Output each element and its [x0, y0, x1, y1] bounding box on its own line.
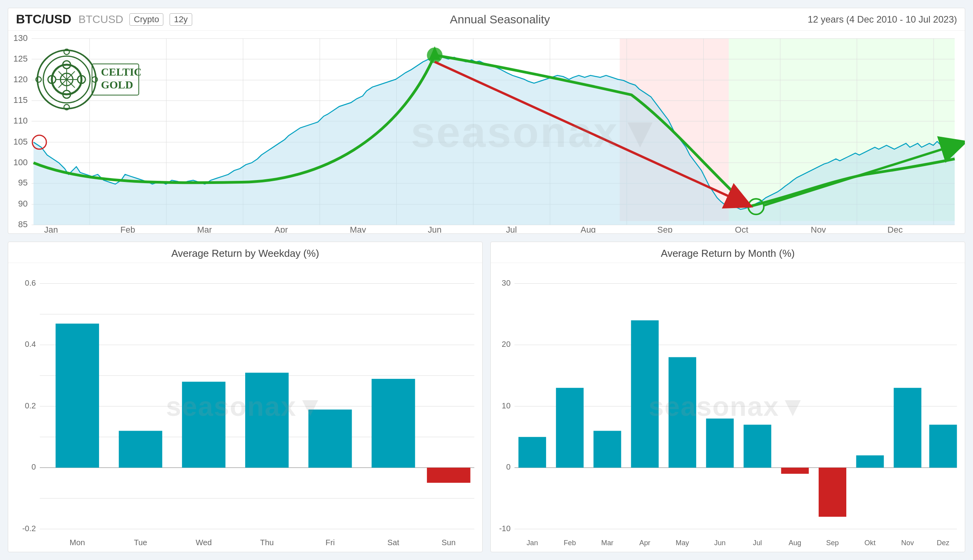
svg-text:130: 130: [13, 33, 28, 43]
svg-text:10: 10: [502, 401, 511, 410]
svg-text:Okt: Okt: [865, 539, 876, 547]
svg-text:May: May: [350, 225, 366, 233]
svg-rect-97: [427, 468, 470, 483]
svg-text:0: 0: [506, 462, 510, 471]
weekday-chart-area: seasonax▼: [8, 263, 482, 549]
svg-text:Sun: Sun: [442, 538, 456, 547]
svg-rect-91: [245, 373, 288, 468]
svg-text:Aug: Aug: [580, 225, 596, 233]
chart-date-range: 12 years (4 Dec 2010 - 10 Jul 2023): [808, 14, 957, 25]
chart-title-left: BTC/USD BTCUSD Crypto 12y: [16, 12, 192, 26]
svg-text:Mar: Mar: [601, 539, 613, 547]
svg-text:May: May: [676, 539, 689, 547]
svg-text:Fri: Fri: [326, 538, 335, 547]
svg-text:Sep: Sep: [657, 225, 672, 233]
svg-rect-125: [819, 468, 846, 517]
svg-text:100: 100: [13, 157, 28, 167]
svg-text:Oct: Oct: [735, 225, 748, 233]
svg-text:90: 90: [18, 199, 28, 208]
svg-text:Wed: Wed: [196, 538, 212, 547]
svg-text:Thu: Thu: [260, 538, 274, 547]
svg-text:Dez: Dez: [937, 539, 949, 547]
svg-text:Jan: Jan: [44, 225, 58, 233]
main-chart-svg: 130 125 120 115 110 105 100 95 90 85: [8, 31, 965, 233]
svg-text:Jan: Jan: [527, 539, 538, 547]
svg-rect-123: [781, 468, 809, 474]
svg-text:Sat: Sat: [387, 538, 400, 547]
weekday-chart-title: Average Return by Weekday (%): [8, 242, 482, 263]
top-chart: BTC/USD BTCUSD Crypto 12y Annual Seasona…: [8, 8, 965, 234]
svg-rect-85: [56, 323, 99, 468]
month-chart: Average Return by Month (%) seasonax▼ 30: [490, 242, 965, 552]
svg-text:Apr: Apr: [274, 225, 288, 233]
svg-text:Mon: Mon: [70, 538, 85, 547]
ticker-label: BTC/USD: [16, 12, 71, 26]
svg-rect-87: [119, 431, 162, 468]
svg-text:Nov: Nov: [811, 225, 826, 233]
svg-text:Dec: Dec: [888, 225, 903, 233]
svg-text:-10: -10: [499, 523, 510, 532]
svg-text:Sep: Sep: [826, 539, 839, 547]
svg-rect-121: [744, 425, 771, 468]
main-chart-area: CELTIC GOLD seasonax▼: [8, 31, 965, 233]
svg-text:0.2: 0.2: [25, 401, 36, 410]
svg-rect-109: [518, 437, 546, 468]
svg-text:95: 95: [18, 178, 28, 187]
svg-text:Apr: Apr: [639, 539, 650, 547]
svg-text:GOLD: GOLD: [101, 79, 133, 91]
svg-text:20: 20: [502, 339, 511, 348]
svg-text:115: 115: [13, 95, 28, 105]
svg-rect-115: [631, 320, 659, 468]
svg-text:Aug: Aug: [789, 539, 801, 547]
svg-text:-0.2: -0.2: [22, 523, 36, 532]
month-chart-area: seasonax▼ 30 20 10 0: [491, 263, 965, 549]
svg-text:CELTIC: CELTIC: [101, 66, 141, 78]
month-chart-title: Average Return by Month (%): [491, 242, 965, 263]
svg-text:Jun: Jun: [428, 225, 441, 233]
svg-rect-119: [706, 419, 734, 468]
chart-header: BTC/USD BTCUSD Crypto 12y Annual Seasona…: [8, 8, 965, 31]
svg-text:30: 30: [502, 278, 511, 287]
svg-rect-111: [556, 388, 584, 468]
svg-rect-117: [669, 357, 696, 468]
svg-text:105: 105: [13, 137, 28, 147]
weekday-chart-svg: 0.6 0.4 0.2 0 -0.2 Mon Tue: [8, 263, 482, 549]
svg-text:Nov: Nov: [901, 539, 914, 547]
svg-rect-93: [308, 410, 352, 468]
svg-text:120: 120: [13, 75, 28, 85]
logo-container: CELTIC GOLD: [32, 46, 141, 117]
svg-text:Feb: Feb: [564, 539, 576, 547]
svg-rect-113: [593, 431, 621, 468]
bottom-row: Average Return by Weekday (%) seasonax▼: [8, 242, 965, 552]
svg-text:0.4: 0.4: [25, 339, 36, 348]
main-container: BTC/USD BTCUSD Crypto 12y Annual Seasona…: [0, 0, 973, 560]
svg-text:0: 0: [32, 462, 36, 471]
svg-rect-127: [856, 456, 884, 468]
svg-rect-95: [372, 379, 415, 468]
svg-text:Jun: Jun: [714, 539, 725, 547]
celticgold-logo: CELTIC GOLD: [32, 46, 141, 113]
sub-ticker-label: BTCUSD: [78, 13, 123, 26]
svg-text:85: 85: [18, 219, 28, 229]
crypto-badge[interactable]: Crypto: [129, 13, 163, 26]
svg-rect-129: [894, 388, 922, 468]
weekday-chart: Average Return by Weekday (%) seasonax▼: [8, 242, 483, 552]
svg-text:Feb: Feb: [120, 225, 135, 233]
svg-rect-131: [929, 425, 957, 468]
chart-center-title: Annual Seasonality: [450, 13, 550, 26]
svg-text:0.6: 0.6: [25, 278, 36, 287]
svg-text:125: 125: [13, 54, 28, 64]
svg-text:Jul: Jul: [753, 539, 762, 547]
svg-text:Tue: Tue: [134, 538, 147, 547]
month-chart-svg: 30 20 10 0 -10 Jan Feb Mar: [491, 263, 965, 549]
svg-text:Jul: Jul: [506, 225, 517, 233]
svg-text:Mar: Mar: [197, 225, 212, 233]
period-badge[interactable]: 12y: [170, 13, 192, 26]
svg-text:110: 110: [13, 116, 28, 125]
svg-rect-89: [182, 382, 225, 468]
